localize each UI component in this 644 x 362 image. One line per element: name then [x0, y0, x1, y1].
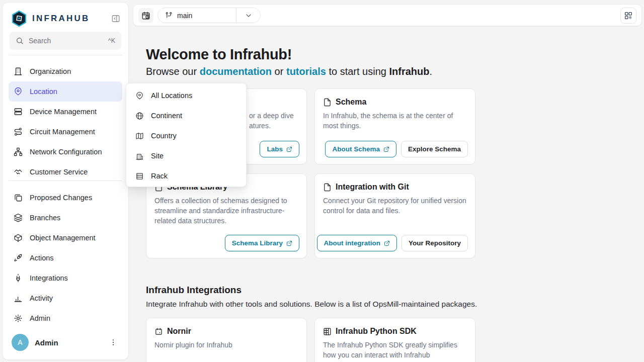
external-link-icon [286, 240, 292, 246]
branch-name: main [177, 12, 192, 20]
sidebar-item-device-management[interactable]: Device Management [9, 102, 122, 122]
sidebar-item-branches[interactable]: Branches [9, 208, 122, 228]
rocket-icon [14, 253, 23, 262]
sidebar-divider [9, 55, 122, 55]
menu-item-continent[interactable]: Continent [126, 106, 246, 126]
brand-wordmark: INFRAHUB [32, 14, 90, 24]
avatar[interactable]: A [12, 334, 29, 351]
integrations-section-subtitle: Integrate Infrahub with other tools and … [146, 300, 477, 309]
map-pin-icon [135, 92, 144, 100]
menu-item-site[interactable]: Site [126, 146, 246, 166]
tasks-panel-button[interactable] [620, 8, 636, 24]
map-pin-icon [14, 87, 23, 96]
components-icon [624, 11, 633, 20]
infrahub-logo[interactable]: INFRAHUB [11, 10, 90, 27]
card-title: Integration with Git [323, 183, 409, 192]
gear-icon [14, 314, 23, 323]
rack-icon [135, 172, 144, 180]
sidebar-item-activity[interactable]: Activity [9, 288, 122, 308]
explore-schema-button[interactable]: Explore Schema [401, 141, 468, 157]
sidebar-item-integrations[interactable]: Integrations [9, 268, 122, 288]
git-branch-icon [165, 12, 173, 19]
map-icon [135, 132, 144, 140]
search-icon [16, 37, 24, 45]
date-time-filter-button[interactable] [138, 8, 153, 23]
sidebar-header: INFRAHUB [11, 9, 122, 29]
chevron-down-icon [245, 12, 253, 20]
sidebar-item-actions[interactable]: Actions [9, 248, 122, 268]
page-title: Welcome to Infrahub! [146, 46, 292, 63]
card-description: Nornir plugin for Infrahub [154, 340, 298, 350]
network-icon [14, 147, 23, 156]
building-icon [135, 152, 144, 160]
sidebar-divider [9, 180, 122, 181]
your-repository-button[interactable]: Your Repository [401, 235, 468, 251]
branch-selector-current[interactable]: main [158, 8, 236, 23]
card-git-integration: Integration with Git Connect your Git re… [314, 173, 475, 258]
menu-item-rack[interactable]: Rack [126, 166, 246, 186]
card-python-sdk: Infrahub Python SDK The Infrahub Python … [314, 318, 475, 362]
collapse-sidebar-button[interactable] [109, 12, 122, 25]
card-schema: Schema In Infrahub, the schema is at the… [314, 88, 475, 164]
sidebar-nav-primary: Organization Location Device Management [9, 61, 122, 180]
bar-chart-icon [14, 294, 23, 303]
card-description: Connect your Git repository for unified … [323, 196, 467, 216]
welcome-subtitle: Browse our documentation or tutorials to… [146, 66, 432, 77]
search-input[interactable]: Search ^K [10, 32, 121, 50]
tutorials-link[interactable]: tutorials [286, 66, 326, 77]
card-description-fragment: or a deep dive atures. [249, 111, 294, 131]
card-title: Infrahub Python SDK [323, 327, 417, 336]
card-description: Offers a collection of schemas designed … [154, 196, 298, 226]
grid-icon [323, 327, 332, 336]
about-schema-button[interactable]: About Schema [325, 141, 396, 157]
proposed-changes-icon [14, 193, 23, 202]
sidebar-item-location[interactable]: Location [9, 81, 122, 102]
sidebar-item-admin[interactable]: Admin [9, 308, 122, 328]
layers-icon [14, 213, 23, 222]
sidebar-item-network-configuration[interactable]: Network Configuration [9, 142, 122, 162]
sidebar-item-customer-service[interactable]: Customer Service [9, 162, 122, 180]
sidebar-nav-secondary: Proposed Changes Branches Object Managem… [9, 188, 122, 328]
menu-item-all-locations[interactable]: All Locations [126, 85, 246, 106]
sidebar-item-organization[interactable]: Organization [9, 61, 122, 81]
branch-selector: main [157, 8, 261, 23]
user-menu-button[interactable] [107, 336, 119, 348]
search-shortcut: ^K [108, 37, 115, 44]
integrations-section-title: Infrahub Integrations [146, 285, 242, 296]
sidebar-item-circuit-management[interactable]: Circuit Management [9, 122, 122, 142]
cube-icon [14, 233, 23, 242]
labs-button[interactable]: Labs [260, 141, 299, 157]
schema-library-button[interactable]: Schema Library [225, 235, 299, 251]
server-icon [14, 107, 23, 116]
topbar: main [133, 4, 642, 26]
external-link-icon [384, 240, 390, 246]
external-link-icon [286, 146, 292, 152]
card-title: Schema [323, 98, 366, 107]
about-integration-button[interactable]: About integration [317, 235, 397, 251]
menu-item-country[interactable]: Country [126, 126, 246, 146]
file-icon [323, 183, 332, 192]
nornir-package-icon [154, 327, 163, 336]
card-description: The Infrahub Python SDK greatly simplifi… [323, 340, 467, 362]
location-dropdown-menu: All Locations Continent Country Site Rac… [126, 83, 247, 187]
branch-selector-toggle[interactable] [236, 8, 260, 23]
search-placeholder: Search [29, 37, 51, 45]
calendar-clock-icon [141, 11, 150, 20]
card-nornir: Nornir Nornir plugin for Infrahub [146, 318, 307, 362]
file-icon [323, 98, 332, 107]
building-icon [14, 67, 23, 76]
documentation-link[interactable]: documentation [200, 66, 272, 77]
handshake-icon [14, 167, 23, 176]
external-link-icon [383, 146, 389, 152]
card-description: In Infrahub, the schema is at the center… [323, 111, 467, 131]
globe-icon [135, 112, 144, 120]
infrahub-logo-icon [11, 10, 28, 27]
sidebar-item-object-management[interactable]: Object Management [9, 228, 122, 248]
card-title: Nornir [154, 327, 191, 336]
user-menu: A Admin [9, 330, 122, 354]
app-root: INFRAHUB Search ^K Organization [0, 0, 644, 362]
user-name: Admin [35, 338, 58, 347]
panel-left-close-icon [111, 14, 120, 23]
sidebar-item-proposed-changes[interactable]: Proposed Changes [9, 188, 122, 208]
route-icon [14, 127, 23, 136]
